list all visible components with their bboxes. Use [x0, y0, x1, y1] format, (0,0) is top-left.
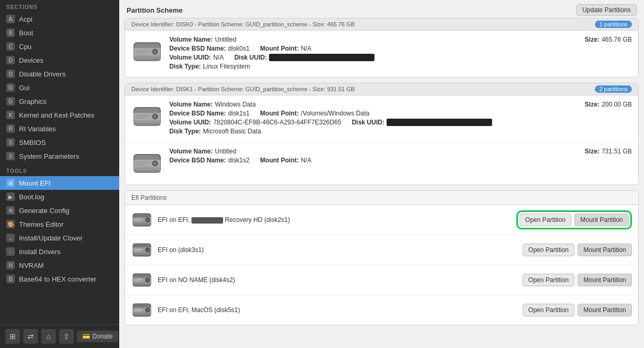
svg-rect-12: [136, 115, 149, 116]
sidebar-item-base64-hex[interactable]: B Base64 to HEX converter: [0, 272, 119, 286]
efi-1-redacted: [191, 217, 223, 224]
efi-2-mount-btn[interactable]: Mount Partition: [578, 244, 632, 256]
disk-uuid-redacted: [269, 54, 374, 61]
sidebar-item-install-drivers[interactable]: ↓ Install Drivers: [0, 245, 119, 258]
efi-label-4: EFI on EFI, MacOS (disk5s1): [158, 306, 517, 314]
svg-rect-35: [134, 249, 143, 250]
efi-2-open-btn[interactable]: Open Partition: [523, 244, 575, 256]
mount-efi-icon: ⊞: [6, 179, 15, 187]
disable-drivers-icon: D: [6, 70, 15, 78]
sidebar-item-devices[interactable]: D Devices: [0, 53, 119, 67]
efi-1-open-btn[interactable]: Open Partition: [520, 214, 572, 226]
svg-rect-14: [134, 120, 160, 123]
disk0-partition-badge: 1 partitions: [595, 21, 632, 28]
efi-icon-4: [131, 299, 152, 321]
svg-rect-42: [134, 279, 143, 280]
sidebar: SECTIONS A Acpi B Boot C Cpu D Devices D…: [0, 0, 119, 348]
gen-config-icon: ⚙: [6, 206, 15, 215]
svg-rect-6: [134, 55, 160, 59]
sidebar-item-mount-efi[interactable]: ⊞ Mount EFI: [0, 176, 119, 190]
efi-row-4: EFI on EFI, MacOS (disk5s1) Open Partiti…: [125, 295, 638, 325]
vol-name-d1p2: Volume Name: Untitled: [169, 148, 236, 155]
sidebar-item-system-params[interactable]: S System Parameters: [0, 149, 119, 163]
svg-rect-5: [136, 52, 146, 53]
disk-uuid-d1p1: Disk UUID:: [352, 119, 492, 126]
volume-uuid-field: Volume UUID: N/A: [169, 54, 224, 61]
disk1-p2-info: Volume Name: Untitled Size: 731.51 GB De…: [169, 148, 632, 166]
sidebar-item-gen-config[interactable]: ⚙ Generate Config: [0, 204, 119, 217]
graphics-icon: G: [6, 97, 15, 105]
efi-disk-svg-2: [132, 240, 152, 260]
donate-button[interactable]: 💳 Donate: [77, 331, 118, 342]
svg-rect-50: [134, 311, 141, 312]
mount-pt-d1p1: Mount Point: /Volumes/Windows Data: [260, 110, 369, 117]
sidebar-item-bootlog[interactable]: ▶ Boot.log: [0, 190, 119, 204]
svg-rect-21: [136, 164, 146, 165]
sidebar-item-nvram[interactable]: N NVRAM: [0, 258, 119, 272]
efi-3-mount-btn[interactable]: Mount Partition: [578, 274, 632, 286]
svg-rect-4: [136, 50, 149, 51]
cpu-icon: C: [6, 42, 15, 51]
tools-label: TOOLS: [0, 163, 119, 176]
svg-point-3: [154, 51, 156, 53]
footer-icon-3[interactable]: ⌂: [41, 329, 56, 344]
efi-1-mount-btn[interactable]: Mount Partition: [574, 214, 629, 226]
sidebar-item-disable-drivers[interactable]: D Disable Drivers: [0, 67, 119, 81]
dev-bsd-d1p1: Device BSD Name: disk1s1: [169, 110, 249, 117]
paypal-icon: 💳: [82, 333, 90, 340]
svg-rect-51: [133, 313, 151, 315]
efi-4-mount-btn[interactable]: Mount Partition: [578, 304, 632, 316]
disk1-partition-row-2: Volume Name: Untitled Size: 731.51 GB De…: [125, 142, 638, 185]
efi-icon-1: [131, 209, 152, 230]
efi-disk-svg-4: [132, 300, 152, 320]
disk1-partition-badge: 2 partitions: [595, 85, 632, 93]
install-clover-icon: ↓: [6, 234, 15, 242]
svg-rect-28: [134, 219, 143, 220]
svg-point-11: [154, 115, 156, 118]
svg-rect-7: [134, 59, 160, 61]
footer-icon-4[interactable]: ⇧: [59, 329, 74, 344]
sidebar-item-kernel[interactable]: K Kernel and Kext Patches: [0, 108, 119, 122]
disk1-p1-info: Volume Name: Windows Data Size: 200.00 G…: [169, 101, 632, 137]
gui-icon: G: [6, 83, 15, 92]
sidebar-item-rt-variables[interactable]: R Rt Variables: [0, 122, 119, 136]
disk0-header: Device Identifier: DISK0 - Partition Sch…: [125, 18, 638, 31]
mount-point-field: Mount Point: N/A: [260, 45, 311, 52]
footer-icon-1[interactable]: ⊞: [5, 329, 20, 344]
sidebar-item-themes-editor[interactable]: 🎨 Themes Editor: [0, 217, 119, 231]
device-bsd-field: Device BSD Name: disk0s1: [169, 45, 249, 52]
disk0-section: Device Identifier: DISK0 - Partition Sch…: [124, 18, 639, 78]
svg-point-41: [147, 279, 149, 281]
sidebar-item-acpi[interactable]: A Acpi: [0, 12, 119, 26]
sidebar-footer: ⊞ ⇄ ⌂ ⇧ 💳 Donate: [0, 324, 119, 348]
boot-icon: B: [6, 28, 15, 37]
footer-icon-2[interactable]: ⇄: [23, 329, 38, 344]
efi-disk-svg-1: [132, 210, 152, 230]
svg-rect-37: [133, 253, 151, 255]
efi-row-2: EFI on (disk3s1) Open Partition Mount Pa…: [125, 235, 638, 265]
volume-name-field: Volume Name: Untitled: [169, 36, 236, 43]
sidebar-item-cpu[interactable]: C Cpu: [0, 40, 119, 53]
disk-type-d1p1: Disk Type: Microsoft Basic Data: [169, 128, 261, 135]
sidebar-item-install-clover[interactable]: ↓ Install/Update Clover: [0, 231, 119, 245]
efi-2-buttons: Open Partition Mount Partition: [523, 244, 632, 256]
sidebar-item-boot[interactable]: B Boot: [0, 26, 119, 40]
efi-4-open-btn[interactable]: Open Partition: [523, 304, 575, 316]
svg-point-19: [154, 162, 156, 165]
efi-4-buttons: Open Partition Mount Partition: [523, 304, 632, 316]
svg-point-27: [147, 219, 149, 221]
devices-icon: D: [6, 56, 15, 64]
svg-rect-15: [134, 123, 160, 125]
disk1-partition-row-1: Volume Name: Windows Data Size: 200.00 G…: [125, 95, 638, 142]
efi-row-3: EFI on NO NAME (disk4s2) Open Partition …: [125, 265, 638, 295]
sidebar-item-smbios[interactable]: S SMBIOS: [0, 136, 119, 149]
highlight-ring: Open Partition Mount Partition: [516, 210, 632, 229]
efi-disk-svg-3: [132, 270, 152, 290]
sidebar-item-gui[interactable]: G Gui: [0, 81, 119, 94]
efi-label-2: EFI on (disk3s1): [158, 246, 517, 254]
efi-title: Efi Partitions: [125, 191, 638, 205]
sidebar-item-graphics[interactable]: G Graphics: [0, 94, 119, 108]
update-partitions-button[interactable]: Update Partitions: [576, 4, 637, 16]
kernel-icon: K: [6, 111, 15, 119]
efi-3-open-btn[interactable]: Open Partition: [523, 274, 575, 286]
